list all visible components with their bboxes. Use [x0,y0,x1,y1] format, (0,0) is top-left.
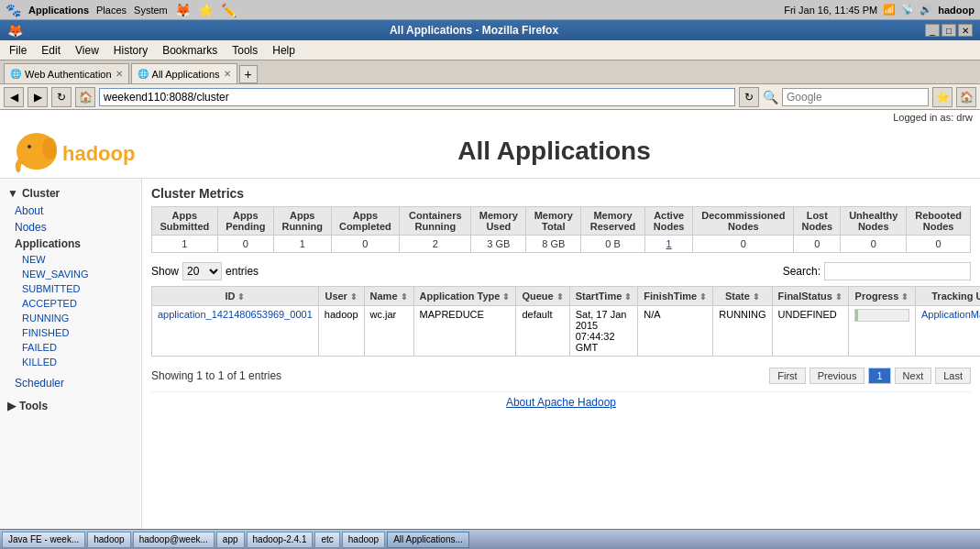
new-tab-button[interactable]: + [239,65,258,83]
show-entries: Show 20 50 100 entries [151,262,259,280]
history-menu[interactable]: History [108,42,153,59]
taskbar-item[interactable]: app [216,532,245,548]
data-col-header[interactable]: FinalStatus ⇕ [772,287,848,306]
sidebar-subitem-killed[interactable]: KILLED [0,355,141,369]
sidebar-subitem-accepted[interactable]: ACCEPTED [0,296,141,311]
search-control: Search: [783,262,971,280]
tools-menu[interactable]: Tools [226,42,263,59]
sidebar-subitem-submitted[interactable]: SUBMITTED [0,281,141,296]
data-col-header[interactable]: Application Type ⇕ [413,287,516,306]
datetime: Fri Jan 16, 11:45 PM [784,5,877,16]
logged-in-bar: Logged in as: drw [0,110,980,125]
metrics-cell[interactable]: 0 [794,236,841,253]
sidebar-tools-section[interactable]: ▶ Tools [0,397,141,415]
taskbar-item[interactable]: hadoop [87,532,130,548]
data-col-header[interactable]: State ⇕ [713,287,772,306]
table-cell: MAPREDUCE [413,306,516,357]
sidebar-subitem-new[interactable]: NEW [0,252,141,267]
data-col-header[interactable]: Progress ⇕ [848,287,915,306]
tab-all-apps-label: All Applications [152,69,220,80]
sidebar-item-nodes[interactable]: Nodes [0,219,141,236]
taskbar-item[interactable]: hadoop [342,532,385,548]
tab-all-applications[interactable]: 🌐 All Applications ✕ [131,63,237,83]
data-col-header[interactable]: ID ⇕ [152,287,319,306]
sidebar: ▼ Cluster About Nodes Applications NEW N… [0,179,142,529]
tab-web-authentication[interactable]: 🌐 Web Authentication ✕ [4,63,129,83]
page-button-first[interactable]: First [769,368,805,384]
taskbar-item[interactable]: etc [314,532,339,548]
view-menu[interactable]: View [70,42,105,59]
system-system-menu[interactable]: System [134,5,168,16]
svg-point-2 [28,145,31,148]
metrics-cell: 2 [400,236,471,253]
progress-bar [854,309,909,322]
cluster-metrics-table: Apps SubmittedApps PendingApps RunningAp… [151,206,971,253]
search-input[interactable] [782,88,929,106]
taskbar-item[interactable]: hadoop@week... [133,532,215,548]
system-bar: 🐾 Applications Places System 🦊 ⭐ ✏️ Fri … [0,0,980,20]
data-col-header[interactable]: Name ⇕ [364,287,413,306]
page-button-1[interactable]: 1 [868,368,890,384]
sidebar-cluster-section[interactable]: ▼ Cluster [0,184,141,203]
close-button[interactable]: ✕ [958,24,973,37]
metrics-col-header: Apps Running [273,207,331,236]
sidebar-item-scheduler[interactable]: Scheduler [0,375,141,391]
sidebar-subitem-running[interactable]: RUNNING [0,311,141,325]
file-menu[interactable]: File [4,42,32,59]
page-button-previous[interactable]: Previous [809,368,865,384]
address-bar: ◀ ▶ ↻ 🏠 ↻ 🔍 ⭐ 🏠 [0,84,980,110]
data-col-header[interactable]: Queue ⇕ [516,287,569,306]
title-bar: 🦊 All Applications - Mozilla Firefox _ □… [0,20,980,40]
home-button[interactable]: 🏠 [75,87,95,107]
bookmarks-icon[interactable]: ⭐ [932,87,952,107]
edit-menu[interactable]: Edit [36,42,66,59]
help-menu[interactable]: Help [267,42,301,59]
back-button[interactable]: ◀ [4,87,24,107]
page-button-next[interactable]: Next [895,368,932,384]
network-icon: 📶 [883,4,896,16]
bookmarks-menu[interactable]: Bookmarks [157,42,223,59]
metrics-cell[interactable]: 1 [644,236,692,253]
home-icon2[interactable]: 🏠 [956,87,976,107]
about-hadoop-link[interactable]: About Apache Hadoop [506,396,616,409]
metrics-col-header: Lost Nodes [794,207,841,236]
metrics-col-header: Memory Reserved [581,207,645,236]
sidebar-item-about[interactable]: About [0,203,141,219]
table-search-input[interactable] [824,262,971,280]
sidebar-subitem-new-saving[interactable]: NEW_SAVING [0,267,141,281]
maximize-button[interactable]: □ [941,24,956,37]
data-col-header[interactable]: User ⇕ [318,287,364,306]
metrics-cell[interactable]: 0 [841,236,907,253]
metrics-cell[interactable]: 0 [907,236,971,253]
address-input[interactable] [99,88,735,106]
tab-all-apps-close[interactable]: ✕ [224,69,231,79]
data-col-header[interactable]: FinishTime ⇕ [638,287,713,306]
system-places-menu[interactable]: Places [96,5,127,16]
minimize-button[interactable]: _ [925,24,940,37]
taskbar: Java FE - week...hadoophadoop@week...app… [0,529,980,549]
bluetooth-icon: 📡 [901,4,914,16]
page-button-last[interactable]: Last [935,368,971,384]
data-col-header[interactable]: StartTime ⇕ [569,287,638,306]
taskbar-item[interactable]: All Applications... [387,532,469,548]
username: hadoop [938,5,974,16]
taskbar-item[interactable]: Java FE - week... [2,532,85,548]
table-cell: N/A [638,306,713,357]
reload-button[interactable]: ↻ [51,87,72,107]
system-apps-menu[interactable]: Applications [28,5,89,16]
taskbar-item[interactable]: hadoop-2.4.1 [247,532,314,548]
svg-point-3 [42,137,57,159]
metrics-cell: 8 GB [526,236,581,253]
sidebar-subitem-finished[interactable]: FINISHED [0,325,141,340]
metrics-cell[interactable]: 0 [693,236,794,253]
forward-button[interactable]: ▶ [28,87,48,107]
sidebar-item-applications[interactable]: Applications [0,236,141,252]
table-cell: RUNNING [713,306,772,357]
metrics-col-header: Decommissioned Nodes [693,207,794,236]
content-area: Cluster Metrics Apps SubmittedApps Pendi… [142,179,980,529]
go-button[interactable]: ↻ [739,87,759,107]
entries-select[interactable]: 20 50 100 [182,262,222,280]
tab-web-auth-close[interactable]: ✕ [116,69,123,79]
data-col-header[interactable]: Tracking UI ⇕ [915,287,980,306]
sidebar-subitem-failed[interactable]: FAILED [0,340,141,355]
